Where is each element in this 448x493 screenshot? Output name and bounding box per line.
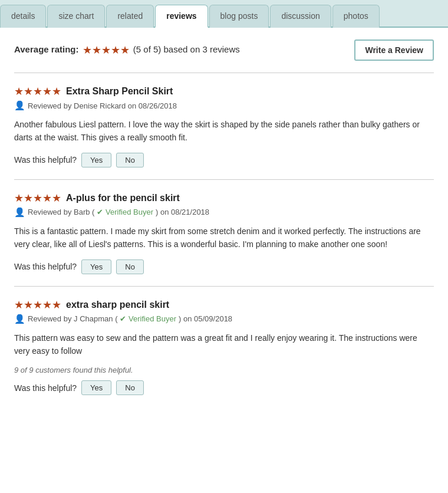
reviewer-prefix: Reviewed by Barb ( [28, 208, 94, 216]
reviewer-name: Reviewed by Denise Rickard on 08/26/2018 [28, 101, 177, 110]
tab-blog-posts[interactable]: blog posts [209, 5, 269, 28]
tab-size-chart[interactable]: size chart [47, 5, 105, 28]
review-stars: ★★★★★ [14, 298, 61, 311]
person-icon: 👤 [14, 100, 25, 111]
review-item: ★★★★★ A-plus for the pencil skirt 👤 Revi… [14, 179, 434, 286]
review-meta: 👤 Reviewed by J Chapman ( ✔ Verified Buy… [14, 314, 434, 324]
helpful-row: Was this helpful? Yes No [14, 259, 434, 274]
helpful-label: Was this helpful? [14, 262, 77, 271]
no-button[interactable]: No [116, 153, 144, 167]
avg-rating-stars: ★★★★★ [83, 44, 130, 56]
review-title-row: ★★★★★ Extra Sharp Pencil Skirt [14, 85, 434, 98]
tab-discussion[interactable]: discussion [270, 5, 331, 28]
reviewer-suffix: ) on 08/21/2018 [156, 208, 209, 216]
no-button[interactable]: No [116, 380, 144, 395]
review-title-row: ★★★★★ A-plus for the pencil skirt [14, 192, 434, 205]
write-review-button[interactable]: Write a Review [354, 40, 434, 61]
average-rating-row: Average rating: ★★★★★ (5 of 5) based on … [14, 40, 434, 61]
review-title-row: ★★★★★ extra sharp pencil skirt [14, 298, 434, 311]
yes-button[interactable]: Yes [81, 259, 111, 274]
helpful-row: Was this helpful? Yes No [14, 153, 434, 167]
tab-related[interactable]: related [106, 5, 154, 28]
verified-badge: ✔ Verified Buyer [97, 208, 153, 216]
yes-button[interactable]: Yes [81, 153, 111, 167]
yes-button[interactable]: Yes [81, 380, 111, 395]
no-button[interactable]: No [116, 259, 144, 274]
review-item: ★★★★★ extra sharp pencil skirt 👤 Reviewe… [14, 286, 434, 407]
avg-rating-detail: (5 of 5) based on 3 reviews [133, 44, 240, 54]
helpful-row: Was this helpful? Yes No [14, 380, 434, 395]
person-icon: 👤 [14, 207, 25, 218]
review-body: Another fabulous Liesl pattern. I love t… [14, 118, 434, 144]
tab-bar: details size chart related reviews blog … [0, 0, 448, 28]
review-item: ★★★★★ Extra Sharp Pencil Skirt 👤 Reviewe… [14, 73, 434, 179]
avg-rating-label: Average rating: [14, 44, 78, 54]
person-icon: 👤 [14, 314, 25, 324]
average-rating-text: Average rating: ★★★★★ (5 of 5) based on … [14, 44, 240, 57]
reviewer-prefix: Reviewed by J Chapman ( [28, 314, 117, 323]
review-title: A-plus for the pencil skirt [66, 193, 180, 203]
tab-photos[interactable]: photos [332, 5, 380, 28]
review-body: This pattern was easy to sew and the pat… [14, 331, 434, 358]
tab-reviews[interactable]: reviews [155, 5, 207, 28]
review-stars: ★★★★★ [14, 85, 61, 98]
verified-badge: ✔ Verified Buyer [120, 314, 176, 323]
review-stars: ★★★★★ [14, 192, 61, 205]
review-meta: 👤 Reviewed by Denise Rickard on 08/26/20… [14, 100, 434, 111]
helpful-label: Was this helpful? [14, 155, 77, 165]
review-title: extra sharp pencil skirt [66, 300, 169, 310]
review-meta: 👤 Reviewed by Barb ( ✔ Verified Buyer ) … [14, 207, 434, 218]
reviewer-suffix: ) on 05/09/2018 [179, 314, 232, 323]
reviews-content: Average rating: ★★★★★ (5 of 5) based on … [0, 28, 448, 419]
tab-details[interactable]: details [0, 5, 46, 28]
review-title: Extra Sharp Pencil Skirt [66, 86, 173, 97]
helpful-note: 9 of 9 customers found this helpful. [14, 366, 434, 374]
helpful-label: Was this helpful? [14, 383, 77, 393]
review-body: This is a fantastic pattern. I made my s… [14, 225, 434, 251]
